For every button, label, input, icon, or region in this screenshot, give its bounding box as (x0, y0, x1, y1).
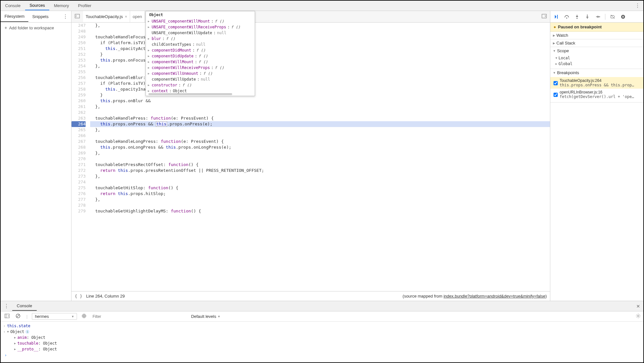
tab-sources[interactable]: Sources (25, 1, 50, 10)
more-icon[interactable]: ⋮ (632, 3, 643, 9)
toggle-debugger-icon[interactable] (538, 14, 550, 20)
line-number[interactable]: 278 (71, 202, 86, 208)
popup-property[interactable]: ▶componentWillReceiveProps: f () (148, 65, 253, 71)
step-icon[interactable] (594, 13, 601, 20)
line-number[interactable]: 259 (71, 92, 86, 98)
code-line[interactable]: touchableGetHighlightDelayMS: function()… (90, 208, 550, 214)
more-icon[interactable]: ⋮ (1, 303, 12, 309)
code-line[interactable]: }, (90, 150, 550, 156)
toggle-sidebar-icon[interactable] (3, 313, 11, 319)
breakpoint-checkbox[interactable] (554, 91, 558, 99)
console-output[interactable]: › this.state ‹ ▼ Object i ▶anim: Object▶… (1, 322, 643, 362)
resume-icon[interactable] (553, 13, 560, 20)
code-line[interactable]: this.props.onBlur && (90, 98, 550, 104)
toggle-navigator-icon[interactable] (71, 14, 83, 20)
popup-property[interactable]: ▶blur: f () (148, 36, 253, 42)
scrollbar-horizontal[interactable] (148, 93, 232, 95)
source-map-link[interactable]: index.bundle?platform=android&dev=true&m… (443, 294, 545, 299)
code-line[interactable] (90, 156, 550, 162)
line-number[interactable]: 264 (71, 121, 86, 127)
scope-local[interactable]: ▼Local (550, 55, 643, 61)
line-number[interactable]: 269 (71, 150, 86, 156)
line-number[interactable]: 275 (71, 185, 86, 191)
line-number[interactable]: 258 (71, 86, 86, 92)
popup-property[interactable]: ▶constructor: f () (148, 82, 253, 88)
line-number[interactable]: 254 (71, 63, 86, 69)
info-icon[interactable]: i (25, 330, 29, 334)
line-number[interactable]: 252 (71, 52, 86, 57)
code-line[interactable] (90, 133, 550, 139)
line-number[interactable]: 248 (71, 28, 86, 34)
navigator-tab-snippets[interactable]: Snippets (28, 12, 52, 22)
section-header-callstack[interactable]: ▶ Call Stack (550, 39, 643, 47)
popup-property[interactable]: ▶componentWillMount: f () (148, 59, 253, 65)
popup-property[interactable]: UNSAFE_componentWillUpdate: null (148, 30, 253, 36)
breakpoint-checkbox[interactable] (554, 79, 558, 87)
section-header-scope[interactable]: ▼ Scope (550, 47, 643, 54)
context-selector[interactable]: hermes ▼ (32, 313, 77, 320)
step-into-icon[interactable] (573, 13, 581, 20)
line-number[interactable]: 272 (71, 168, 86, 173)
console-filter-input[interactable] (91, 313, 188, 320)
code-line[interactable]: touchableGetHitSlop: function() { (90, 185, 550, 191)
format-icon[interactable]: { } (75, 294, 82, 299)
line-number[interactable]: 247 (71, 23, 86, 28)
console-object-prop[interactable]: ▶touchable: Object (3, 340, 641, 346)
line-number[interactable]: 256 (71, 75, 86, 81)
section-header-breakpoints[interactable]: ▼ Breakpoints (550, 69, 643, 76)
gear-icon[interactable] (636, 313, 641, 319)
console-object-prop[interactable]: ▶__proto__: Object (3, 346, 641, 352)
line-number[interactable]: 255 (71, 69, 86, 75)
deactivate-breakpoints-icon[interactable] (609, 13, 616, 20)
tab-memory[interactable]: Memory (49, 1, 73, 10)
code-line[interactable] (90, 202, 550, 208)
code-line[interactable]: }, (90, 127, 550, 133)
editor-tab-touchableopacity[interactable]: TouchableOpacity.js × (83, 11, 130, 22)
tab-profiler[interactable]: Profiler (73, 1, 96, 10)
code-line[interactable]: return this.props.hitSlop; (90, 191, 550, 197)
editor-tab-open[interactable]: open (130, 11, 145, 22)
console-object-prop[interactable]: ▶anim: Object (3, 335, 641, 340)
add-folder-button[interactable]: + Add folder to workspace (1, 23, 71, 33)
popup-property[interactable]: ▶componentWillUnmount: f () (148, 71, 253, 76)
code-line[interactable]: this.props.onLongPress && this.props.onL… (90, 144, 550, 150)
line-number[interactable]: 276 (71, 191, 86, 197)
popup-property[interactable]: childContextTypes: null (148, 42, 253, 47)
console-result-line[interactable]: ‹ ▼ Object i (3, 329, 641, 335)
code-line[interactable]: return this.props.pressRetentionOffset |… (90, 168, 550, 173)
log-levels-selector[interactable]: Default levels ▼ (191, 314, 220, 319)
code-line[interactable]: touchableHandleLongPress: function(e: Pr… (90, 139, 550, 144)
code-line[interactable]: }, (90, 173, 550, 179)
line-number[interactable]: 261 (71, 104, 86, 110)
line-number[interactable]: 266 (71, 133, 86, 139)
section-header-watch[interactable]: ▶ Watch (550, 32, 643, 39)
popup-property[interactable]: componentWillUpdate: null (148, 76, 253, 82)
popup-property[interactable]: ▶componentDidUpdate: f () (148, 53, 253, 59)
code-line[interactable]: }, (90, 197, 550, 202)
scope-global[interactable]: ▶Global (550, 61, 643, 67)
code-editor[interactable]: 2472482492502512522532542552562572582592… (71, 23, 550, 291)
line-number[interactable]: 270 (71, 156, 86, 162)
line-number[interactable]: 253 (71, 57, 86, 63)
code-line[interactable] (90, 110, 550, 115)
line-number[interactable]: 250 (71, 40, 86, 46)
line-number[interactable]: 249 (71, 34, 86, 40)
step-over-icon[interactable] (563, 13, 570, 20)
tab-console[interactable]: Console (1, 1, 25, 10)
popup-property[interactable]: ▶componentDidMount: f () (148, 47, 253, 53)
line-number[interactable]: 271 (71, 162, 86, 168)
console-prompt[interactable]: › (3, 352, 641, 358)
more-icon[interactable]: ⋮ (60, 14, 71, 20)
code-line[interactable]: this.props.onPress && this.props.onPress… (90, 121, 550, 127)
line-number[interactable]: 260 (71, 98, 86, 104)
line-number[interactable]: 279 (71, 208, 86, 214)
code-line[interactable]: touchableHandlePress: function(e: PressE… (90, 115, 550, 121)
code-line[interactable]: }, (90, 104, 550, 110)
line-number[interactable]: 262 (71, 110, 86, 115)
line-number[interactable]: 277 (71, 197, 86, 202)
line-number[interactable]: 257 (71, 81, 86, 86)
drawer-tab-console[interactable]: Console (12, 301, 37, 311)
breakpoint-row[interactable]: openURLInBrowser.js:16fetch(getDevServer… (550, 89, 643, 100)
breakpoint-row[interactable]: TouchableOpacity.js:264this.props.onPres… (550, 77, 643, 89)
line-number[interactable]: 274 (71, 179, 86, 185)
